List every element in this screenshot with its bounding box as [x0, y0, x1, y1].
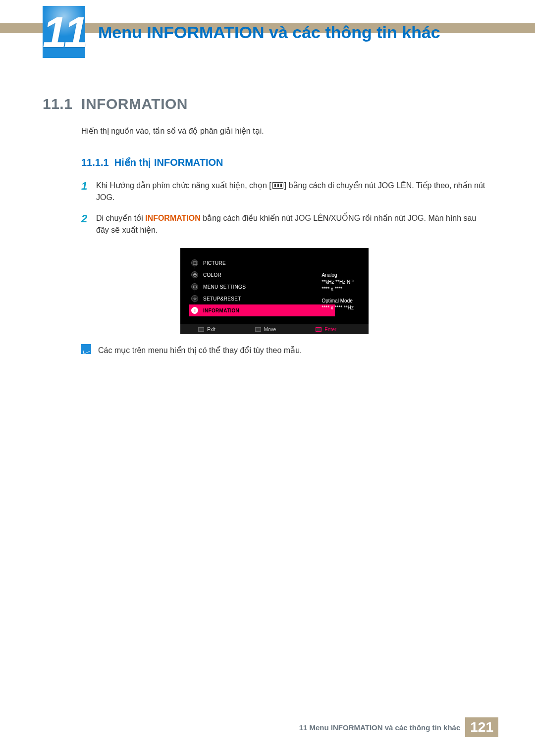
chapter-title: Menu INFORMATION và các thông tin khác [98, 23, 440, 42]
svg-point-9 [194, 309, 195, 310]
section-title: INFORMATION [81, 96, 188, 112]
move-icon [255, 327, 261, 332]
svg-rect-0 [193, 261, 196, 264]
step-text: Khi Hướng dẫn phím chức năng xuất hiện, … [96, 180, 487, 203]
step-1: 1 Khi Hướng dẫn phím chức năng xuất hiện… [81, 180, 487, 203]
section-intro: Hiển thị nguồn vào, tần số và độ phân gi… [81, 125, 487, 137]
page-footer: 11 Menu INFORMATION và các thông tin khá… [299, 717, 498, 737]
svg-rect-10 [194, 310, 195, 312]
menu-icon [272, 182, 283, 189]
subsection-number: 11.1.1 [81, 157, 109, 168]
osd-menu-information: INFORMATION [191, 304, 246, 316]
osd-menu-settings: MENU SETTINGS [191, 281, 246, 293]
note-text: Các mục trên menu hiển thị có thể thay đ… [98, 345, 302, 356]
chapter-number-badge: 11 [43, 6, 85, 58]
enter-icon [316, 327, 321, 332]
osd-footer-exit: Exit [198, 326, 215, 333]
osd-footer-move: Move [255, 326, 276, 333]
step-number: 1 [81, 180, 96, 193]
step-text: Di chuyển tới INFORMATION bằng cách điều… [96, 212, 487, 236]
gear-icon [191, 295, 198, 302]
note-icon [81, 344, 91, 354]
osd-info-line: **** x **** [322, 286, 354, 293]
osd-info-line: Optimal Mode [322, 298, 354, 304]
chapter-number: 11 [43, 10, 85, 54]
step-2: 2 Di chuyển tới INFORMATION bằng cách đi… [81, 212, 487, 236]
osd-menu-color: COLOR [191, 269, 246, 281]
info-icon [191, 307, 198, 314]
osd-menu-setupreset: SETUP&RESET [191, 293, 246, 304]
osd-footer: Exit Move Enter [180, 324, 369, 334]
color-icon [191, 271, 198, 278]
subsection-heading: 11.1.1 Hiển thị INFORMATION [81, 155, 487, 170]
section-number: 11.1 [43, 96, 72, 112]
picture-icon [191, 259, 198, 266]
step-number: 2 [81, 212, 96, 225]
osd-menu-list: PICTURE COLOR MENU SETTINGS SETUP&RESET [191, 257, 246, 316]
osd-menu-picture: PICTURE [191, 257, 246, 269]
subsection-title: Hiển thị INFORMATION [114, 157, 223, 168]
step-list: 1 Khi Hướng dẫn phím chức năng xuất hiện… [81, 180, 487, 236]
osd-info-line: **** x **** **Hz [322, 304, 354, 311]
page-number: 121 [465, 717, 498, 737]
osd-info-line: Analog [322, 272, 354, 279]
svg-point-4 [194, 298, 196, 300]
osd-footer-enter: Enter [316, 326, 336, 333]
footer-chapter-text: 11 Menu INFORMATION và các thông tin khá… [299, 723, 461, 732]
osd-info-line: **kHz **Hz NP [322, 279, 354, 286]
note-block: Các mục trên menu hiển thị có thể thay đ… [81, 344, 487, 356]
section-body: Hiển thị nguồn vào, tần số và độ phân gi… [81, 125, 487, 356]
back-icon [198, 327, 204, 332]
section-heading: 11.1 INFORMATION [43, 96, 188, 112]
osd-info-panel: Analog **kHz **Hz NP **** x **** Optimal… [322, 272, 354, 316]
osd-screenshot: PICTURE COLOR MENU SETTINGS SETUP&RESET [180, 248, 369, 334]
settings-icon [191, 283, 198, 290]
